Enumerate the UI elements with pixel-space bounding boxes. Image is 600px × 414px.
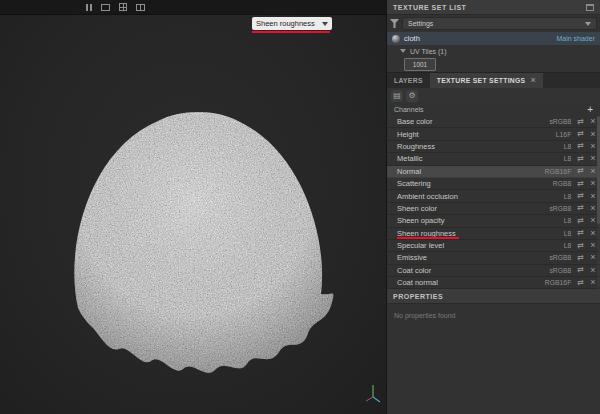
channel-remove-icon[interactable]: × [589,117,597,126]
properties-header[interactable]: PROPERTIES [387,289,600,304]
channel-convert-icon[interactable]: ⇄ [577,279,584,287]
texture-set-row-cloth[interactable]: cloth Main shader [387,32,600,45]
channel-remove-icon[interactable]: × [589,142,597,151]
channel-row-normal[interactable]: NormalRGB16F⇄× [387,166,600,178]
grid-icon[interactable] [119,3,127,11]
channel-row-sheen-color[interactable]: Sheen colorsRGB8⇄× [387,203,600,215]
channel-remove-icon[interactable]: × [589,253,597,262]
channel-format-dropdown[interactable]: RGB16F [543,279,571,286]
tab-label: TEXTURE SET SETTINGS [437,77,526,84]
channel-row-base-color[interactable]: Base colorsRGB8⇄× [387,116,600,128]
uv-tile-1001[interactable]: 1001 [404,58,436,71]
chevron-down-icon [400,49,406,53]
uv-tiles-group[interactable]: UV Tiles (1) [387,45,600,57]
main-shader-link[interactable]: Main shader [556,35,595,42]
channel-remove-icon[interactable]: × [589,154,597,163]
channel-list: Base colorsRGB8⇄×HeightL16F⇄×RoughnessL8… [387,116,600,289]
channel-format-dropdown[interactable]: sRGB8 [543,118,571,125]
channel-convert-icon[interactable]: ⇄ [577,242,584,250]
channel-row-height[interactable]: HeightL16F⇄× [387,128,600,140]
channel-format-dropdown[interactable]: sRGB8 [543,254,571,261]
chevron-down-icon [322,22,328,26]
settings-dropdown-value: Settings [408,20,433,27]
channel-convert-icon[interactable]: ⇄ [577,217,584,225]
channel-name: Base color [397,117,543,126]
channel-remove-icon[interactable]: × [589,216,597,225]
channel-convert-icon[interactable]: ⇄ [577,204,584,212]
shader-icon[interactable]: ⚙ [406,90,418,102]
channel-remove-icon[interactable]: × [589,130,597,139]
tab-texture-set-settings[interactable]: TEXTURE SET SETTINGS × [430,73,543,88]
uv-tiles-label: UV Tiles (1) [410,48,447,55]
channel-name: Emissive [397,253,543,262]
channel-remove-icon[interactable]: × [589,192,597,201]
channel-format-dropdown[interactable]: L8 [543,143,571,150]
channel-format-dropdown[interactable]: L8 [543,242,571,249]
channel-convert-icon[interactable]: ⇄ [577,167,584,175]
channel-name: Ambient occlusion [397,192,543,201]
viewport-channel-dropdown[interactable]: Sheen roughness [252,17,332,30]
channel-remove-icon[interactable]: × [589,278,597,287]
filter-icon[interactable] [390,19,399,28]
channel-remove-icon[interactable]: × [589,167,597,176]
close-icon[interactable]: × [530,76,536,85]
annotation-underline [252,31,330,33]
channel-format-dropdown[interactable]: sRGB8 [543,205,571,212]
channels-header: Channels + [387,103,600,116]
channel-convert-icon[interactable]: ⇄ [577,192,584,200]
channel-remove-icon[interactable]: × [589,204,597,213]
channel-row-emissive[interactable]: EmissivesRGB8⇄× [387,252,600,264]
channel-format-dropdown[interactable]: RGB16F [543,168,571,175]
texture-set-list-title: TEXTURE SET LIST [393,4,466,11]
channel-convert-icon[interactable]: ⇄ [577,142,584,150]
add-channel-button[interactable]: + [587,105,593,115]
channel-convert-icon[interactable]: ⇄ [577,180,584,188]
channel-format-dropdown[interactable]: L16F [543,131,571,138]
panel-menu-icon[interactable] [586,4,594,11]
channel-row-sheen-roughness[interactable]: Sheen roughnessL8⇄× [387,228,600,240]
annotation-underline [397,237,459,239]
channel-remove-icon[interactable]: × [589,266,597,275]
channel-row-ambient-occlusion[interactable]: Ambient occlusionL8⇄× [387,190,600,202]
channel-row-scattering[interactable]: ScatteringRGB8⇄× [387,178,600,190]
uv-tile-row: 1001 [387,57,600,72]
channel-row-coat-normal[interactable]: Coat normalRGB16F⇄× [387,277,600,289]
channel-row-sheen-opacity[interactable]: Sheen opacityL8⇄× [387,215,600,227]
channel-format-dropdown[interactable]: sRGB8 [543,267,571,274]
channel-format-dropdown[interactable]: L8 [543,230,571,237]
channel-format-dropdown[interactable]: L8 [543,155,571,162]
channel-row-specular-level[interactable]: Specular levelL8⇄× [387,240,600,252]
frame-icon[interactable] [101,4,110,11]
channel-remove-icon[interactable]: × [589,179,597,188]
channel-convert-icon[interactable]: ⇄ [577,130,584,138]
layers-stack-icon[interactable]: ▤ [391,90,403,102]
channel-remove-icon[interactable]: × [589,229,597,238]
tab-layers[interactable]: LAYERS [387,73,430,88]
channel-format-dropdown[interactable]: L8 [543,193,571,200]
channel-name: Coat color [397,266,543,275]
channel-name: Sheen color [397,204,543,213]
texture-set-list-header[interactable]: TEXTURE SET LIST [387,0,600,15]
channel-remove-icon[interactable]: × [589,241,597,250]
pause-icon[interactable] [86,4,92,11]
channel-convert-icon[interactable]: ⇄ [577,254,584,262]
channel-format-dropdown[interactable]: L8 [543,217,571,224]
axis-gizmo [362,382,384,406]
channel-row-metallic[interactable]: MetallicL8⇄× [387,153,600,165]
channel-row-coat-color[interactable]: Coat colorsRGB8⇄× [387,265,600,277]
channel-name: Normal [397,167,543,176]
channel-convert-icon[interactable]: ⇄ [577,229,584,237]
split-view-icon[interactable] [136,4,145,11]
3d-viewport[interactable]: Sheen roughness [0,0,386,414]
cloth-mesh[interactable] [0,0,386,414]
channel-convert-icon[interactable]: ⇄ [577,266,584,274]
channels-title: Channels [394,106,424,113]
channel-convert-icon[interactable]: ⇄ [577,118,584,126]
viewport-toolbar [0,0,386,15]
panel-tabs: LAYERS TEXTURE SET SETTINGS × [387,72,600,88]
settings-dropdown[interactable]: Settings [402,17,597,30]
channel-format-dropdown[interactable]: RGB8 [543,180,571,187]
channel-convert-icon[interactable]: ⇄ [577,155,584,163]
channel-row-roughness[interactable]: RoughnessL8⇄× [387,141,600,153]
right-panel: TEXTURE SET LIST Settings cloth Main sha… [386,0,600,414]
